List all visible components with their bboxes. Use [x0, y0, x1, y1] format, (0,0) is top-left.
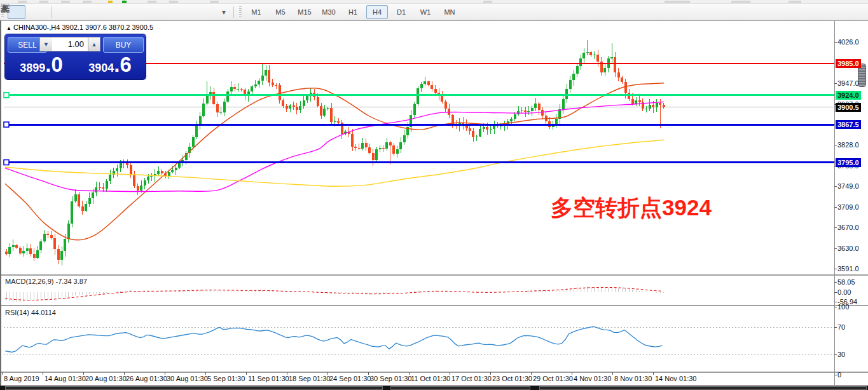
- candle-body: [541, 110, 544, 116]
- crosshair-tool-icon[interactable]: [28, 5, 46, 19]
- axis-tick: [834, 145, 837, 145]
- candle-body: [78, 194, 80, 206]
- cutoff-toolbar-icon: [731, 1, 750, 3]
- candle-body: [175, 168, 177, 171]
- horizontal-line-tool-icon[interactable]: [77, 5, 95, 19]
- candle-body: [469, 128, 471, 130]
- candle-body: [379, 148, 382, 149]
- equidistant-channel-tool-icon[interactable]: E: [118, 5, 135, 19]
- cutoff-toolbar-icon: [122, 1, 127, 3]
- time-tick: [653, 372, 654, 375]
- line-handle[interactable]: [4, 160, 9, 165]
- cutoff-toolbar-icon: [108, 1, 113, 3]
- time-tick: [368, 372, 369, 375]
- candle-body: [372, 153, 375, 160]
- candle-body: [396, 149, 399, 154]
- trendline-tool-icon[interactable]: [97, 5, 115, 19]
- text-label-tool-icon[interactable]: T: [179, 5, 196, 19]
- candle-body: [286, 106, 288, 109]
- candle-body: [663, 105, 665, 107]
- text-tool-icon[interactable]: A: [158, 5, 176, 19]
- toolbar-separator: [233, 6, 234, 18]
- vertical-line-tool-icon[interactable]: [57, 5, 74, 19]
- axis-tick: [834, 327, 837, 328]
- axis-tick: [834, 269, 837, 269]
- sell-price[interactable]: 3899.0: [8, 54, 75, 77]
- cutoff-toolbar-icon: [83, 1, 92, 3]
- candle-body: [427, 81, 430, 85]
- arrows-dropdown-caret[interactable]: ▾: [219, 5, 228, 19]
- timeframe-w1-button[interactable]: W1: [415, 5, 436, 19]
- cursor-tool-icon[interactable]: [8, 5, 25, 19]
- mid-magenta-moving-average: [5, 102, 664, 191]
- fibonacci-tool-icon[interactable]: F: [138, 5, 156, 19]
- time-axis-label: 11 Sep 01:30: [248, 375, 289, 382]
- time-tick: [572, 372, 572, 375]
- mt4-window: EFAT ▾ M1M5M15M30H1H4D1W1MN ▲ CHINA300-,…: [0, 0, 868, 390]
- rsi-axis-label: 100: [837, 303, 849, 311]
- time-tick: [612, 372, 613, 375]
- candle-body: [320, 106, 322, 116]
- volume-decrease-button[interactable]: ▼: [39, 37, 52, 51]
- candle-body: [99, 187, 101, 188]
- macd-axis-label: 0.00: [837, 288, 851, 296]
- candle-body: [5, 252, 8, 253]
- sell-price-int: 3899: [20, 57, 45, 79]
- candle-body: [306, 96, 308, 100]
- timeframe-m5-button[interactable]: M5: [270, 5, 291, 19]
- time-axis-label: 23 Oct 01:30: [492, 375, 532, 382]
- time-tick: [531, 372, 532, 375]
- timeframe-m30-button[interactable]: M30: [318, 5, 340, 19]
- axis-tick: [834, 307, 837, 307]
- candle-body: [265, 70, 267, 76]
- candle-body: [645, 109, 647, 109]
- candle-body: [150, 176, 153, 177]
- candle-body: [8, 247, 11, 253]
- time-axis-label: 8 Nov 01:30: [614, 375, 652, 382]
- candle-body: [212, 92, 215, 104]
- cutoff-toolbar-icon: [61, 1, 70, 3]
- buy-button[interactable]: BUY: [103, 37, 144, 53]
- candle-body: [337, 121, 340, 123]
- timeframe-mn-button[interactable]: MN: [439, 5, 460, 19]
- arrows-tool-icon[interactable]: [199, 5, 217, 19]
- timeframe-m1-button[interactable]: M1: [245, 5, 267, 19]
- volume-increase-button[interactable]: ▲: [88, 37, 100, 51]
- axis-tick: [834, 186, 837, 187]
- cutoff-toolbar-icon: [483, 1, 492, 3]
- candle-body: [268, 70, 270, 83]
- timeframe-h1-button[interactable]: H1: [342, 5, 364, 19]
- collapse-arrow-icon[interactable]: ▲: [6, 25, 11, 31]
- time-axis-label: 17 Oct 01:30: [451, 375, 492, 382]
- candle-body: [531, 108, 534, 111]
- candle-body: [490, 129, 492, 130]
- toolbar-grip[interactable]: [239, 6, 242, 18]
- line-handle[interactable]: [4, 122, 9, 127]
- candle-body: [303, 100, 305, 105]
- axis-tick: [834, 83, 837, 84]
- pane-divider[interactable]: [1, 305, 868, 307]
- candle-body: [441, 95, 443, 102]
- line-handle[interactable]: [4, 93, 9, 98]
- candle-body: [33, 254, 36, 258]
- candle-body: [202, 104, 205, 116]
- timeframe-d1-button[interactable]: D1: [390, 5, 412, 19]
- time-axis-label: 18 Sep 01:30: [289, 375, 330, 382]
- volume-input[interactable]: [52, 37, 88, 51]
- time-tick: [205, 372, 206, 375]
- buy-price[interactable]: 3904.6: [76, 54, 144, 77]
- candle-body: [15, 245, 18, 248]
- timeframe-h4-button[interactable]: H4: [366, 5, 388, 19]
- time-axis-label: 5 Sep 01:30: [207, 375, 245, 382]
- candle-body: [368, 147, 371, 153]
- candle-body: [334, 121, 336, 122]
- candle-body: [614, 57, 616, 72]
- candle-body: [106, 181, 108, 188]
- timeframe-m15-button[interactable]: M15: [294, 5, 315, 19]
- status-strip-segment: [5, 386, 383, 390]
- pane-divider[interactable]: [1, 372, 868, 373]
- status-strip-segment: [539, 386, 867, 390]
- pane-divider[interactable]: [1, 274, 868, 276]
- price-axis-label: 3709.0: [837, 203, 859, 211]
- candle-body: [120, 163, 122, 168]
